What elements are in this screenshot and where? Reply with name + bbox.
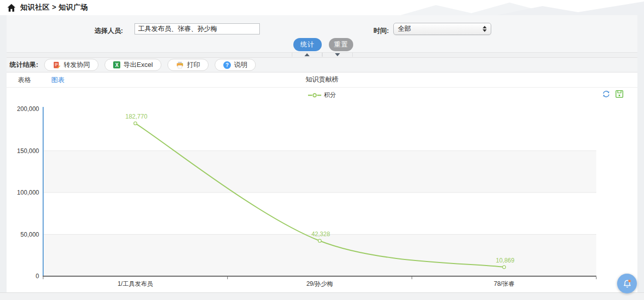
time-label: 时间: [374,26,389,35]
tab-chart[interactable]: 图表 [51,76,64,85]
legend-label: 积分 [324,91,336,99]
collapse-down-button[interactable] [322,53,353,57]
print-label: 打印 [187,60,200,69]
result-toolbar: 统计结果: 转发协同 X 导出Excel [7,57,637,72]
forward-doc-icon [53,61,60,69]
collapse-up-button[interactable] [292,53,322,57]
person-input[interactable] [134,23,260,34]
data-point[interactable] [318,239,321,242]
refresh-icon[interactable] [602,90,611,98]
home-icon[interactable] [7,4,16,12]
help-label: 说明 [234,60,247,69]
bell-icon [622,279,632,289]
legend-row: 积分 [7,88,637,102]
header-bar: 知识社区 > 知识广场 [0,0,644,15]
export-excel-button[interactable]: X 导出Excel [105,59,161,71]
stat-button[interactable]: 统计 [293,38,322,51]
tab-table[interactable]: 表格 [18,76,31,85]
filter-panel: 选择人员: 时间: 全部 统计 重置 [7,15,637,57]
legend-line-marker-icon [308,93,321,98]
data-point[interactable] [134,122,137,125]
x-axis-label: 29/孙少梅 [307,280,333,287]
forward-collab-button[interactable]: 转发协同 [44,59,98,71]
x-axis-label: 1/工具发布员 [118,280,153,287]
select-stepper-icon [483,26,487,32]
forward-collab-label: 转发协同 [63,60,90,69]
triangle-up-icon [304,53,310,56]
legend-item-jifen[interactable]: 积分 [7,91,637,99]
data-point-label: 42,328 [312,231,330,238]
print-button[interactable]: 打印 [167,59,209,71]
result-label: 统计结果: [10,60,38,69]
split-band [43,151,596,193]
data-point-label: 182,770 [125,113,148,120]
printer-icon [176,61,184,69]
y-axis-label: 0 [36,273,39,280]
help-icon: ? [223,61,231,69]
reset-button[interactable]: 重置 [329,38,353,51]
save-image-icon[interactable] [615,90,624,98]
data-point[interactable] [502,266,505,269]
y-axis-label: 200,000 [17,105,40,113]
excel-icon: X [113,61,120,68]
mountain-watermark [400,0,644,15]
x-axis-label: 78/张睿 [494,280,515,287]
time-select[interactable]: 全部 [393,23,491,35]
breadcrumb[interactable]: 知识社区 > 知识广场 [20,3,88,12]
tabs-row: 表格 图表 知识贡献榜 [7,72,637,88]
y-axis-label: 50,000 [20,231,39,238]
footer-strip [0,292,644,300]
y-axis-label: 150,000 [17,147,40,155]
line-chart: 200,000150,000100,00050,00001/工具发布员29/孙少… [0,101,644,292]
export-excel-label: 导出Excel [123,60,153,69]
data-point-label: 10,869 [496,257,515,264]
time-select-value: 全部 [398,24,411,33]
triangle-down-icon [335,53,340,56]
notification-fab[interactable] [617,274,637,293]
y-axis-label: 100,000 [17,189,40,196]
collapse-strip [7,52,637,57]
page: 知识社区 > 知识广场 选择人员: 时间: 全部 统计 重置 统计结果: [0,0,644,300]
help-button[interactable]: ? 说明 [215,59,256,71]
chart-toolbox [602,90,624,98]
person-label: 选择人员: [94,26,123,35]
chart-title: 知识贡献榜 [7,75,637,84]
